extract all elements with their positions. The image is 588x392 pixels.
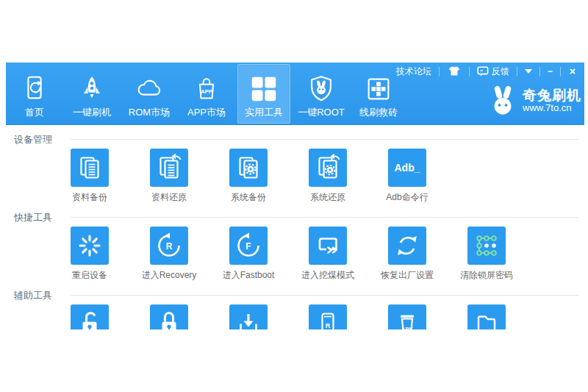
tool-lock[interactable] <box>129 304 209 329</box>
data-restore-icon[interactable] <box>150 149 188 187</box>
tool-label: 进入Fastboot <box>223 269 275 282</box>
cloud-icon <box>134 73 165 105</box>
cross-square-icon <box>363 73 394 105</box>
close-button[interactable]: × <box>561 63 584 80</box>
tool-apk-bin[interactable]: APK <box>368 304 447 329</box>
tool-phone-root[interactable]: R <box>288 304 368 329</box>
download-mode-icon[interactable] <box>309 227 347 265</box>
phone-root-icon[interactable]: R <box>309 304 347 329</box>
tool-install[interactable] <box>209 304 288 329</box>
install-icon[interactable] <box>229 304 268 329</box>
shield-rabbit-icon <box>306 73 337 105</box>
tool-label: 恢复出厂设置 <box>381 269 434 282</box>
app-header: 技术论坛 反馈 <box>6 63 584 125</box>
section-divider <box>71 217 578 218</box>
caret-down-icon <box>525 69 532 74</box>
skin-button[interactable] <box>440 63 469 80</box>
unlock-icon[interactable] <box>71 304 109 329</box>
tool-clear-lockscreen[interactable]: 清除锁屏密码 <box>447 227 526 282</box>
adb-icon-text: Adb_ <box>395 162 420 174</box>
tool-label: 重启设备 <box>72 269 107 282</box>
nav-label: 线刷救砖 <box>359 107 398 118</box>
main-nav: 首页 一键刷机 <box>6 64 407 124</box>
tool-adb-shell[interactable]: Adb_ Adb命令行 <box>368 149 447 204</box>
minimize-button[interactable]: − <box>540 63 560 80</box>
nav-item-utilities[interactable]: 实用工具 <box>237 64 290 124</box>
tool-data-restore[interactable]: 资料还原 <box>129 149 209 204</box>
feedback-button[interactable]: 反馈 <box>470 63 517 80</box>
nav-item-rom-market[interactable]: ROM市场 <box>121 64 178 124</box>
lock-icon[interactable] <box>150 304 188 329</box>
nav-label: ROM市场 <box>129 107 170 118</box>
tool-label: 资料还原 <box>151 191 187 204</box>
home-phone-icon <box>19 73 50 105</box>
nav-item-home[interactable]: 首页 <box>6 64 63 124</box>
nav-label: 一键刷机 <box>73 107 111 118</box>
restart-icon[interactable] <box>71 227 109 265</box>
app-bag-icon: APP <box>191 73 222 105</box>
fastboot-icon[interactable]: F <box>229 227 268 265</box>
bag-text: APP <box>201 88 212 95</box>
apk-bin-icon-text: APK <box>401 326 413 329</box>
tool-enter-download-mode[interactable]: 进入挖煤模式 <box>288 227 368 282</box>
tool-label: 系统还原 <box>310 191 345 204</box>
nav-item-one-key-flash[interactable]: 一键刷机 <box>63 64 121 124</box>
factory-reset-icon[interactable] <box>388 227 426 265</box>
section-title: 设备管理 <box>14 133 52 146</box>
app-window: 技术论坛 反馈 <box>6 63 584 329</box>
nav-label: 一键ROOT <box>298 107 345 118</box>
adb-shell-icon[interactable]: Adb_ <box>388 149 426 187</box>
tool-enter-fastboot[interactable]: F 进入Fastboot <box>209 227 288 282</box>
tool-unlock[interactable] <box>50 304 129 329</box>
section-title: 辅助工具 <box>14 289 52 302</box>
tool-label: Adb命令行 <box>386 191 428 204</box>
grid-icon <box>248 73 279 105</box>
nav-label: 实用工具 <box>245 107 283 118</box>
rabbit-logo-icon <box>487 85 518 117</box>
tool-label: 资料备份 <box>72 191 107 204</box>
tool-system-backup[interactable]: 系统备份 <box>209 149 288 204</box>
titlebar: 技术论坛 反馈 <box>389 63 584 80</box>
apk-bin-icon[interactable]: APK <box>388 304 426 329</box>
tool-label: 进入挖煤模式 <box>301 269 354 282</box>
section-divider <box>71 139 578 140</box>
section-title: 快捷工具 <box>14 211 52 224</box>
feedback-label: 反馈 <box>492 65 509 78</box>
nav-item-wire-flash-rescue[interactable]: 线刷救砖 <box>350 64 407 124</box>
section-divider <box>71 295 578 296</box>
speech-bubble-icon <box>477 66 489 76</box>
nav-label: APP市场 <box>187 107 226 118</box>
brand-logo: 奇兔刷机 www.7to.cn <box>487 85 581 117</box>
folder-icon[interactable] <box>467 304 506 329</box>
tool-data-backup[interactable]: 资料备份 <box>50 149 129 204</box>
brand-name: 奇兔刷机 <box>523 88 581 103</box>
system-restore-icon[interactable] <box>309 149 347 187</box>
fastboot-icon-text: F <box>245 241 251 252</box>
tool-system-restore[interactable]: 系统还原 <box>288 149 368 204</box>
system-backup-icon[interactable] <box>229 149 268 187</box>
tool-label: 清除锁屏密码 <box>460 269 513 282</box>
tool-restart-device[interactable]: 重启设备 <box>50 227 129 282</box>
rocket-icon <box>76 73 107 105</box>
tool-file-manager[interactable] <box>447 304 526 329</box>
tool-label: 系统备份 <box>231 191 266 204</box>
nav-item-one-key-root[interactable]: 一键ROOT <box>293 64 350 124</box>
recovery-icon-text: R <box>166 241 173 252</box>
data-backup-icon[interactable] <box>71 149 109 187</box>
tool-factory-reset[interactable]: 恢复出厂设置 <box>368 227 447 282</box>
nav-item-app-market[interactable]: APP APP市场 <box>178 64 235 124</box>
tool-label: 进入Recovery <box>142 269 197 282</box>
phone-root-icon-text: R <box>326 322 331 329</box>
recovery-icon[interactable]: R <box>150 227 188 265</box>
nav-label: 首页 <box>25 107 44 118</box>
brand-url: www.7to.cn <box>523 103 581 113</box>
pattern-unlock-icon[interactable] <box>467 227 506 265</box>
tool-enter-recovery[interactable]: R 进入Recovery <box>129 227 209 282</box>
dropdown-button[interactable] <box>517 63 539 80</box>
tshirt-icon <box>447 66 462 76</box>
